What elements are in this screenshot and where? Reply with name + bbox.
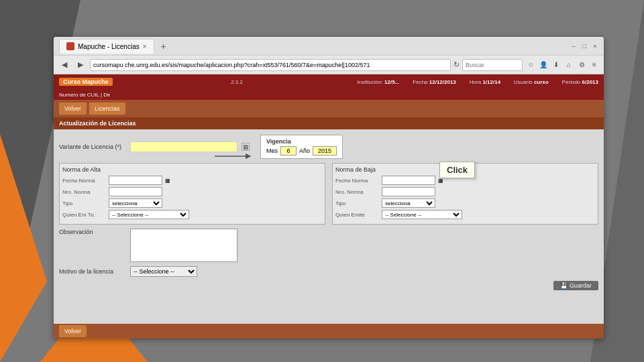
forward-button[interactable]: ▶ [74,58,87,72]
quien-emite-alta-label: Quien Em Tu. [62,212,106,218]
mes-label: Mes [266,147,278,154]
tab-close-button[interactable]: × [143,43,147,50]
click-tooltip: Click [439,162,475,178]
new-tab-button[interactable]: + [158,41,169,52]
norma-alta-box: Norma de Alta Fecha Norma ▦ Nro. Norma T… [59,163,325,225]
window-controls: – □ × [570,43,598,50]
vigencia-box: Vigencia Mes Año [260,135,343,159]
quien-emite-alta-row: Quien Em Tu. -- Seleccione -- [62,210,322,219]
nro-norma-baja-input[interactable] [382,187,435,196]
guardar-label: Guardar [570,282,592,289]
menu-icon[interactable]: ≡ [589,60,600,70]
fecha-norma-alta-input[interactable] [109,176,162,185]
observacion-textarea[interactable] [130,229,237,262]
close-button[interactable]: × [592,43,598,50]
app-logo: Curso Mapuche [59,78,113,86]
back-button[interactable]: ◀ [58,58,71,72]
user-label: Usuario curso [514,79,549,85]
section-header: Actualización de Licencias [54,117,604,129]
home-icon[interactable]: ⌂ [564,60,574,70]
variante-row: Variante de Licencia (*) ▦ Vigencia Mes … [59,135,598,159]
address-bar[interactable] [90,59,451,71]
mes-input[interactable] [280,146,297,156]
quien-emite-baja-row: Quien Emite -- Seleccione -- [335,210,595,219]
fecha-norma-baja-input[interactable] [382,176,435,185]
anio-label: Año [299,147,310,154]
motivo-select[interactable]: -- Seleccione -- [130,266,197,277]
tipo-alta-select[interactable]: selecciona [109,198,162,208]
refresh-button[interactable]: ↻ [453,60,460,69]
tipo-baja-select[interactable]: selecciona [382,198,435,208]
section-title: Actualización de Licencias [59,120,136,127]
institution-label: Institución: 12/5... [358,79,400,85]
bottom-toolbar: Volver [54,324,604,339]
browser-addressbar: ◀ ▶ ↻ ☆ 👤 ⬇ ⌂ ⚙ ≡ [54,56,604,74]
minimize-button[interactable]: – [570,43,577,50]
settings-icon[interactable]: ⚙ [576,60,587,70]
motivo-label: Motivo de la licencia [59,268,126,275]
quien-emite-alta-select[interactable]: -- Seleccione -- [109,210,189,219]
licencias-button[interactable]: Licencias [89,103,125,115]
search-input[interactable] [462,59,523,71]
variante-label: Variante de Licencia (*) [59,143,126,150]
nro-norma-alta-input[interactable] [109,187,162,196]
tipo-alta-label: Tipo [62,200,106,206]
browser-window: Mapuche - Licencias × + – □ × ◀ ▶ ↻ ☆ 👤 … [54,37,604,339]
tab-favicon [66,42,74,50]
time-value: 1/12/14 [482,79,500,85]
maximize-button[interactable]: □ [581,43,588,50]
fecha-norma-alta-row: Fecha Norma ▦ [62,176,322,185]
nro-norma-baja-row: Nro. Norma [335,187,595,196]
institution-value: 12/5... [384,79,399,85]
user-value: curso [534,79,549,85]
breadcrumb-text: Numero de CUIL | Dir [59,92,110,98]
click-label: Click [447,165,468,175]
app-version: 2.3.2 [231,79,243,85]
guardar-section: 💾 Guardar [59,281,598,290]
anio-input[interactable] [313,146,337,156]
date-value: 12/12/2013 [429,79,456,85]
volver-button[interactable]: Volver [59,103,87,115]
tipo-baja-row: Tipo selecciona [335,198,595,208]
vigencia-row: Mes Año [266,146,337,156]
toolbar: Volver Licencias [54,100,604,117]
nro-norma-alta-label: Nro. Norma [62,189,106,195]
tipo-alta-row: Tipo selecciona [62,198,322,208]
observacion-row: Observación [59,229,598,262]
period-label: Periodo 6/2013 [562,79,598,85]
motivo-row: Motivo de la licencia -- Seleccione -- [59,266,598,277]
page-content: Curso Mapuche 2.3.2 Institución: 12/5...… [54,74,604,339]
nro-norma-alta-row: Nro. Norma [62,187,322,196]
browser-titlebar: Mapuche - Licencias × + – □ × [54,37,604,56]
date-label: Fecha 12/12/2013 [413,79,456,85]
quien-emite-baja-label: Quien Emite [335,212,379,218]
browser-icon-group: ☆ 👤 ⬇ ⌂ ⚙ ≡ [525,60,600,70]
star-icon[interactable]: ☆ [525,60,536,70]
form-area: Click Variante de Licencia (*) ▦ Vigenci… [54,129,604,324]
app-header-info: Institución: 12/5... Fecha 12/12/2013 Ho… [358,79,598,85]
time-label: Hora 1/12/14 [470,79,500,85]
tooltip-arrow [211,146,258,166]
vigencia-title: Vigencia [266,138,337,145]
fecha-alta-cal-icon[interactable]: ▦ [165,178,170,184]
app-header: Curso Mapuche 2.3.2 Institución: 12/5...… [54,74,604,89]
download-icon[interactable]: ⬇ [551,60,561,70]
fecha-norma-alta-label: Fecha Norma [62,178,106,184]
period-value: 6/2013 [582,79,598,85]
fecha-norma-baja-label: Fecha Norma [335,178,379,184]
observacion-label: Observación [59,229,126,235]
tipo-baja-label: Tipo [335,200,379,206]
tab-title: Mapuche - Licencias [78,43,140,50]
guardar-icon: 💾 [560,282,568,289]
breadcrumb-bar: Numero de CUIL | Dir [54,89,604,100]
volver-bottom-button[interactable]: Volver [59,325,87,337]
guardar-button[interactable]: 💾 Guardar [553,281,598,290]
quien-emite-baja-select[interactable]: -- Seleccione -- [382,210,462,219]
norma-section: Norma de Alta Fecha Norma ▦ Nro. Norma T… [59,163,598,225]
norma-alta-title: Norma de Alta [62,166,322,173]
person-icon[interactable]: 👤 [538,60,549,70]
nro-norma-baja-label: Nro. Norma [335,189,379,195]
browser-tab[interactable]: Mapuche - Licencias × [59,39,154,54]
